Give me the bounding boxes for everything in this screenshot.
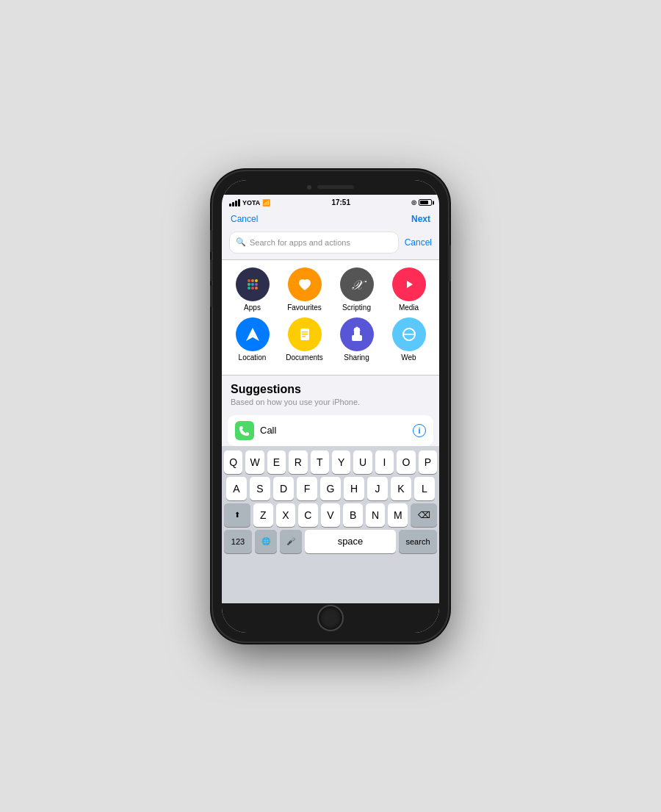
location-icon [236,317,270,351]
svg-point-4 [251,283,254,286]
keyboard: Q W E R T Y U I O P A S D F G H [222,446,439,603]
keyboard-row-2: A S D F G H J K L [224,477,437,500]
sharing-icon [340,317,374,351]
phone-device: YOTA 📶 17:51 ◎ Cancel Next 🔍 [213,171,448,642]
key-l[interactable]: L [414,477,435,500]
key-a[interactable]: A [226,477,247,500]
call-item-left: Call [235,421,276,440]
time-display: 17:51 [331,198,350,206]
scripting-label: Scripting [342,303,371,312]
svg-rect-15 [352,335,362,341]
scripting-icon: 𝒳 [340,267,374,301]
navigation-bar: Cancel Next [222,211,439,229]
svg-point-6 [248,287,250,290]
call-label: Call [260,425,276,436]
svg-point-7 [251,287,254,290]
location-status-icon: ◎ [411,199,416,206]
home-button[interactable] [317,605,344,631]
key-g[interactable]: G [320,477,341,500]
svg-point-5 [255,283,258,286]
search-key[interactable]: search [399,530,437,553]
info-icon[interactable]: i [413,424,426,437]
key-j[interactable]: J [367,477,388,500]
battery-indicator [419,199,432,206]
svg-point-0 [248,279,250,282]
key-v[interactable]: V [321,503,341,527]
search-bar[interactable]: 🔍 Search for apps and actions [229,231,399,254]
icon-item-apps[interactable]: Apps [231,267,274,312]
screen-content: YOTA 📶 17:51 ◎ Cancel Next 🔍 [222,180,439,633]
key-m[interactable]: M [388,503,408,527]
key-c[interactable]: C [298,503,318,527]
mic-key[interactable]: 🎤 [280,530,302,553]
space-key[interactable]: space [305,530,396,553]
icon-item-media[interactable]: Media [388,267,430,312]
media-icon [392,267,426,301]
carrier-label: YOTA [242,199,260,206]
svg-point-2 [255,279,258,282]
documents-label: Documents [286,353,323,362]
key-q[interactable]: Q [224,450,242,474]
key-b[interactable]: B [343,503,363,527]
key-s[interactable]: S [250,477,270,500]
key-k[interactable]: K [391,477,411,500]
web-icon [392,317,426,351]
key-i[interactable]: I [375,450,394,474]
home-area [222,603,439,633]
svg-point-8 [255,287,258,290]
apps-label: Apps [244,303,261,312]
key-w[interactable]: W [245,450,264,474]
keyboard-row-3: ⬆ Z X C V B N M ⌫ [224,503,437,527]
key-d[interactable]: D [273,477,294,500]
icon-item-web[interactable]: Web [388,317,430,362]
key-e[interactable]: E [267,450,286,474]
documents-icon [288,317,322,351]
icon-item-sharing[interactable]: Sharing [336,317,378,362]
status-left: YOTA 📶 [229,199,270,206]
key-y[interactable]: Y [332,450,350,474]
status-right: ◎ [411,199,432,206]
call-item-wrapper: Call i [222,411,439,446]
icons-row-2: Location Documents [226,317,435,362]
suggestions-title: Suggestions [231,383,430,396]
key-o[interactable]: O [397,450,415,474]
key-x[interactable]: X [276,503,296,527]
suggestions-section: Suggestions Based on how you use your iP… [222,376,439,411]
globe-key[interactable]: 🌐 [255,530,277,553]
status-bar: YOTA 📶 17:51 ◎ [222,195,439,211]
key-h[interactable]: H [344,477,364,500]
key-n[interactable]: N [366,503,386,527]
svg-text:𝒳: 𝒳 [351,278,366,292]
key-p[interactable]: P [419,450,437,474]
nav-next-button[interactable]: Next [411,214,430,224]
key-t[interactable]: T [311,450,329,474]
delete-key[interactable]: ⌫ [411,503,437,527]
icons-row-1: Apps Favourites 𝒳 [226,267,435,312]
key-r[interactable]: R [289,450,307,474]
key-u[interactable]: U [353,450,372,474]
favourites-icon [288,267,322,301]
shift-key[interactable]: ⬆ [224,503,250,527]
icon-item-scripting[interactable]: 𝒳 Scripting [336,267,378,312]
call-item[interactable]: Call i [228,415,433,446]
suggestions-subtitle: Based on how you use your iPhone. [231,398,430,406]
sharing-label: Sharing [344,353,369,362]
signal-bars [229,199,240,206]
numbers-key[interactable]: 123 [224,530,252,553]
key-z[interactable]: Z [253,503,273,527]
media-label: Media [399,303,419,312]
keyboard-row-bottom: 123 🌐 🎤 space search [224,530,437,553]
wifi-icon: 📶 [262,199,270,206]
key-f[interactable]: F [297,477,317,500]
svg-rect-12 [302,334,308,335]
icon-item-documents[interactable]: Documents [283,317,326,362]
svg-point-3 [248,283,250,286]
web-label: Web [401,353,416,362]
icon-item-location[interactable]: Location [231,317,274,362]
search-cancel-button[interactable]: Cancel [405,237,432,248]
keyboard-row-1: Q W E R T Y U I O P [224,450,437,474]
nav-cancel-button[interactable]: Cancel [231,214,258,224]
search-placeholder: Search for apps and actions [250,238,350,247]
svg-rect-13 [302,336,306,337]
icon-item-favourites[interactable]: Favourites [283,267,326,312]
